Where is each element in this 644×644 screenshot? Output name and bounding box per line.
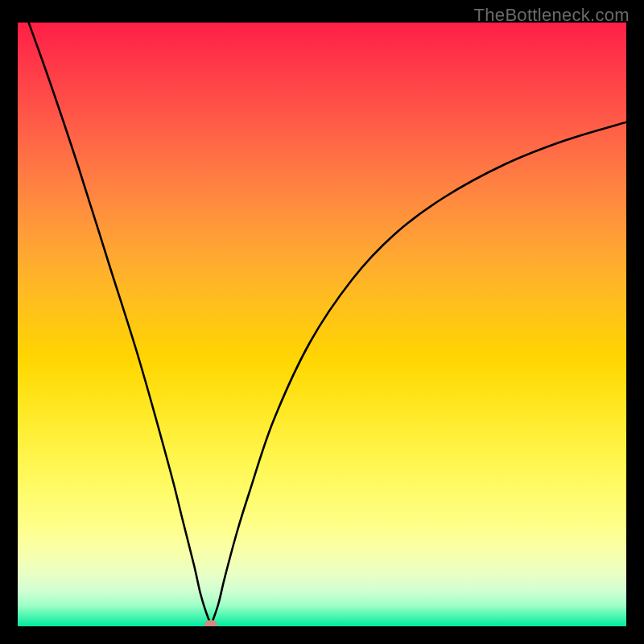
chart-container: TheBottleneck.com xyxy=(0,0,644,644)
plot-area xyxy=(18,23,626,626)
optimum-marker xyxy=(204,620,217,626)
bottleneck-curve xyxy=(18,23,626,626)
watermark-text: TheBottleneck.com xyxy=(474,5,630,26)
